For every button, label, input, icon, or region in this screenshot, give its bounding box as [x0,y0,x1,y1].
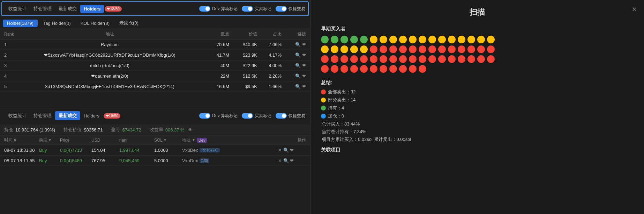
toggle-quick-switch[interactable] [276,6,287,12]
btoggle-dev-switch[interactable] [199,113,210,119]
toggle-buysell: 买卖标记 [242,6,271,12]
trade-type-1: Buy [39,148,60,153]
dot [389,45,397,53]
dot [477,36,485,43]
qty-4: 22M [198,73,229,79]
dot [331,45,338,53]
tab-profit[interactable]: 收益统计 [5,4,30,13]
tab-positions[interactable]: 持仓管理 [30,4,55,13]
addr-3[interactable]: mitch (rtrd/acc)(1/0) [22,63,198,68]
link-2[interactable]: 🔍 ❤ [282,52,306,58]
col-header-pct: 占比 [257,31,282,37]
toggle-dev: Dev 异动标记 [199,6,238,12]
dot [350,55,358,63]
dot [419,45,426,53]
tab-holders[interactable]: Holders [80,5,104,13]
dot [370,65,377,73]
tab-trades[interactable]: 最新成交 [55,4,80,13]
trade-usd-2: 767.95 [91,158,119,163]
dot [321,65,329,73]
sub-tab-tag[interactable]: Tag Holder(0) [39,20,75,27]
trade-nani-1: 1,997,044 [119,148,154,153]
dot [409,36,417,43]
summary-label-yellow: 部分卖出：14 [328,97,355,103]
trade-price-1: 0.0{4}7713 [60,148,91,153]
dot [399,55,407,63]
qty-5: 16.6M [198,84,229,89]
btab-profit[interactable]: 收益统计 [5,111,30,120]
pct-4: 2.20% [257,73,282,79]
btab-trades[interactable]: 最新成交 [55,111,80,120]
addr-5[interactable]: 3dT3MSQcND5D3MbujyjFE1ostT44M1Hv3r9RwNCc… [22,84,198,89]
dot [428,45,436,53]
dot [350,36,358,43]
trade-addr-link-1[interactable]: VxuDex [182,148,198,153]
dots-row-4 [321,65,634,73]
btoggle-buysell-switch[interactable] [242,113,253,119]
trade-addr-link-2[interactable]: VxuDex [182,158,198,163]
dot [321,36,329,43]
dot [448,55,456,63]
summary-section: 总结: 全部卖出：32 部分卖出：14 持有：4 加仓：0 总计买入：83.44… [321,80,634,143]
link-4[interactable]: 🔍 ❤ [282,73,306,79]
table-row: 3 mitch (rtrd/acc)(1/0) 40M $22.9K 4.00%… [0,60,310,71]
dot [331,36,338,43]
dot [370,36,377,43]
addr-4[interactable]: ❤daumen.eth(2/0) [22,73,198,79]
right-panel: 扫描 ✕ 早期买入者 [310,0,644,214]
stat-pl: 盈亏 $7434.72 [111,127,141,133]
eye-icon[interactable]: 👁 [188,127,193,133]
dot [409,65,417,73]
dots-row-1 [321,36,634,43]
dot [409,45,417,53]
addr-2[interactable]: ❤5zkcswATYbHasqiYGC6b2921URRtDF9cuLsYDDm… [22,52,198,58]
dot [458,55,465,63]
link-5[interactable]: 🔍 ❤ [282,84,306,89]
dot [380,55,387,63]
link-3[interactable]: 🔍 ❤ [282,63,306,68]
link-1[interactable]: 🔍 ❤ [282,42,306,47]
btoggle-quick-label: 快捷交易 [289,113,305,119]
summary-detail-3: 项目方累计买入：0.02sol 累计卖出：0.00sol [321,136,634,143]
btoggle-quick-switch[interactable] [276,113,287,119]
hold-price-value: $8356.71 [84,127,103,133]
dev-badge[interactable]: Dev [197,138,207,143]
hold-price-label: 持仓价值 [63,127,82,133]
btab-holders[interactable]: Holders [80,112,103,120]
col-header-rank: Rank [4,32,22,37]
dot [389,55,397,63]
type-filter-icon[interactable]: ▼ [48,138,52,142]
addr-filter-icon[interactable]: ▼ [192,138,195,142]
trades-section: 收益统计 持仓管理 最新成交 Holders ❤18/50 Dev 异动标记 买… [0,107,310,214]
summary-item-green: 持有：4 [321,105,634,111]
th-price: Price [60,138,91,143]
addr-1[interactable]: Raydium [22,42,198,47]
qty-1: 70.6M [198,42,229,47]
close-button[interactable]: ✕ [632,6,637,13]
time-sort-icon[interactable]: ⇅ [14,138,16,142]
toggle-buysell-switch[interactable] [242,6,253,12]
sub-tab-kol[interactable]: KOL Holder(8) [76,20,114,27]
pl-value: $7434.72 [122,127,141,133]
toggles-bar-top: Dev 异动标记 买卖标记 快捷交易 [199,6,305,12]
btab-positions[interactable]: 持仓管理 [30,111,55,120]
stats-row: 持仓 10,931,764 (1.09%) 持仓价值 $8356.71 盈亏 $… [0,124,310,135]
trade-op-1[interactable]: ✕ 🔍 ❤ [278,148,306,153]
trade-op-2[interactable]: ✕ 🔍 ❤ [278,158,306,163]
sub-tab-holder[interactable]: Holder(1879) [3,20,38,27]
dot [419,65,426,73]
trade-price-2: 0.0{4}8489 [60,158,91,163]
dot [389,65,397,73]
toggle-dev-switch[interactable] [199,6,210,12]
dot [380,45,387,53]
dot [370,55,377,63]
sol-filter-icon[interactable]: ▼ [163,138,167,142]
btoggle-quick: 快捷交易 [276,113,305,119]
dot [467,36,475,43]
trade-sol-2: 5.0000 [154,158,182,163]
val-1: $40.4K [229,42,257,47]
dot [380,65,387,73]
sub-tab-rat[interactable]: 老鼠仓(0) [115,19,143,27]
toggle-dev-label: Dev 异动标记 [212,6,238,12]
trade-row-1: 08-07 18:31:00 Buy 0.0{4}7713 154.04 1,9… [0,145,310,156]
